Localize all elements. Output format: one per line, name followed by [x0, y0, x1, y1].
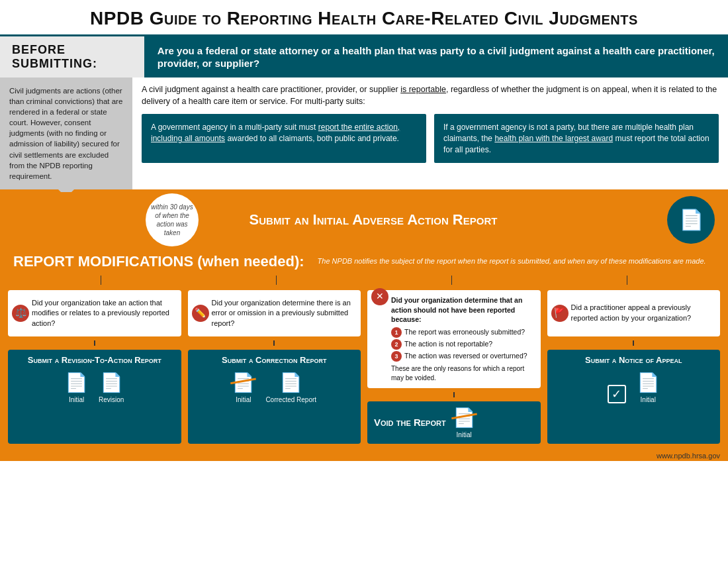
question-box-2: ✏️ Did your organization determine there… — [188, 290, 361, 336]
doc-label-void: Initial — [456, 431, 471, 438]
void-title: Void the Report — [374, 417, 446, 429]
website-footer: www.npdb.hrsa.gov — [0, 450, 728, 461]
flag-icon: 🚩 — [551, 305, 569, 322]
doc-item-initial-1: 📄 Initial — [65, 372, 88, 403]
pencil-icon: ✏️ — [192, 305, 209, 322]
appeal-title: Submit a Notice of Appeal — [554, 355, 714, 366]
connector-2 — [276, 276, 277, 285]
check-icon: ✓ — [608, 385, 626, 403]
page-title: NPDB Guide to Reporting Health Care-Rela… — [13, 8, 715, 29]
action-box-4: Submit a Notice of Appeal ✓ 📄 Initial — [547, 350, 721, 444]
doc-item-revision: 📄 Revision — [99, 372, 124, 403]
doc-label-corrected: Corrected Report — [265, 396, 316, 403]
void-action-box: Void the Report 📄 Initial — [367, 401, 541, 444]
info-area: Civil judgments are actions (other than … — [0, 77, 728, 192]
doc-label-initial-1: Initial — [69, 396, 84, 403]
x-icon: ✕ — [371, 288, 388, 305]
question-box-3: ✕ Did your organization determine that a… — [367, 290, 541, 388]
void-question-text: Did your organization determine that an … — [391, 295, 534, 325]
col-revision: ⚖️ Did your organization take an action … — [8, 290, 181, 444]
info-left: Civil judgments are actions (other than … — [0, 77, 132, 189]
connector-v3 — [453, 392, 455, 397]
mods-subtitle: The NPDB notifies the subject of the rep… — [318, 256, 706, 266]
doc-label-appeal: Initial — [641, 396, 656, 403]
mods-header: REPORT MODIFICATIONS (when needed): The … — [0, 248, 728, 276]
doc-item-appeal-initial: 📄 Initial — [637, 372, 660, 403]
question-box-1: ⚖️ Did your organization take an action … — [8, 290, 181, 336]
col-appeal: 🚩 Did a practitioner appeal a previously… — [547, 290, 721, 444]
connector-1 — [101, 276, 101, 285]
col-correction: ✏️ Did your organization determine there… — [188, 290, 361, 444]
connector-v4 — [633, 340, 634, 346]
question-box-4: 🚩 Did a practitioner appeal a previously… — [547, 290, 721, 336]
before-label-text: BEFORE SUBMITTING: — [12, 43, 132, 71]
document-icon-corrected: 📄 — [279, 372, 302, 393]
main-text: A civil judgment against a health care p… — [142, 84, 719, 107]
info-right: A civil judgment against a health care p… — [132, 77, 728, 189]
connector-4 — [627, 276, 627, 285]
gavel-icon: ⚖️ — [12, 305, 29, 322]
correction-title: Submit a Correction Report — [195, 355, 355, 366]
before-section: BEFORE SUBMITTING: Are you a federal or … — [0, 36, 728, 77]
document-icon-1: 📄 — [65, 372, 88, 393]
before-label: BEFORE SUBMITTING: — [0, 36, 144, 77]
before-question: Are you a federal or state attorney or a… — [144, 36, 728, 77]
void-reason-1: The report was erroneously submitted? — [404, 327, 525, 338]
document-icon-appeal: 📄 — [637, 372, 660, 393]
doc-item-corrected: 📄 Corrected Report — [265, 372, 316, 403]
title-bar: NPDB Guide to Reporting Health Care-Rela… — [0, 0, 728, 36]
action-box-2: Submit a Correction Report 📄 Initial 📄 C… — [188, 350, 361, 444]
revision-title: Submit a Revision-To-Action Report — [15, 355, 175, 366]
connector-3 — [451, 276, 452, 285]
mods-title: REPORT MODIFICATIONS (when needed): — [13, 253, 304, 270]
multi-party-box-1: A government agency in a multi-party sui… — [142, 114, 426, 163]
connector-v2 — [273, 340, 275, 346]
document-icon: 📄 — [679, 208, 704, 231]
document-icon-revision: 📄 — [100, 372, 123, 393]
col-void: ✕ Did your organization determine that a… — [367, 290, 541, 444]
doc-item-appeal-check: ✓ — [608, 385, 626, 403]
connector-v1 — [94, 340, 95, 346]
doc-label-initial-2: Initial — [236, 396, 251, 403]
doc-item-void-initial: 📄 Initial — [453, 407, 476, 438]
doc-icon-large: 📄 — [667, 196, 715, 244]
doc-label-revision: Revision — [99, 396, 124, 403]
multi-party-box-2: If a government agency is not a party, b… — [434, 114, 719, 163]
void-reason-2: The action is not reportable? — [404, 339, 492, 350]
submit-band: within 30 days of when the action was ta… — [0, 192, 728, 248]
doc-item-initial-2: 📄 Initial — [232, 372, 255, 403]
bottom-section: ⚖️ Did your organization take an action … — [0, 285, 728, 450]
void-note: These are the only reasons for which a r… — [391, 364, 534, 383]
action-box-1: Submit a Revision-To-Action Report 📄 Ini… — [8, 350, 181, 444]
void-reason-3: The action was reversed or overturned? — [404, 351, 527, 362]
within-circle: within 30 days of when the action was ta… — [146, 193, 199, 246]
